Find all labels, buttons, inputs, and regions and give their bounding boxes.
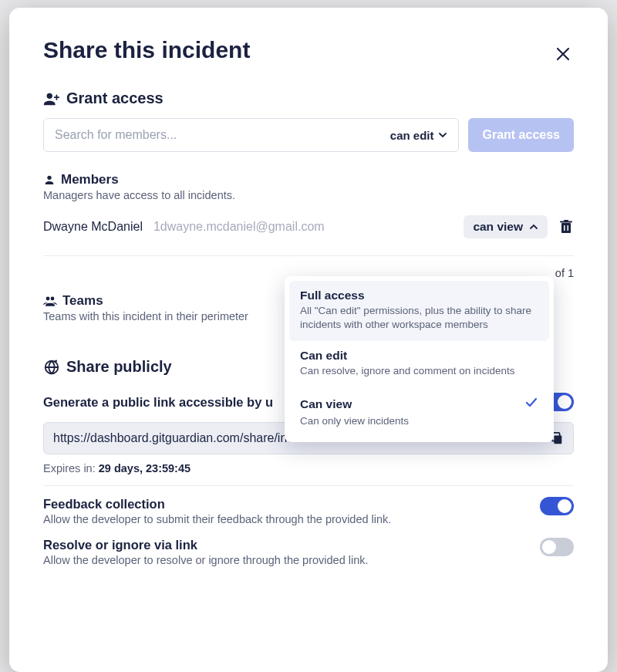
perm-option-title: Can edit: [300, 349, 347, 363]
member-name: Dwayne McDaniel: [43, 220, 143, 234]
resolve-link-row: Resolve or ignore via link Allow the dev…: [43, 538, 574, 566]
resolve-title: Resolve or ignore via link: [43, 538, 540, 552]
perm-option-title: Can view: [300, 397, 352, 411]
chevron-down-icon: [438, 130, 447, 140]
svg-point-7: [46, 297, 50, 301]
check-icon: [524, 396, 538, 413]
svg-rect-4: [564, 220, 568, 221]
feedback-desc: Allow the developer to submit their feed…: [43, 513, 540, 525]
grant-access-button[interactable]: Grant access: [468, 118, 574, 152]
close-icon: [556, 47, 570, 61]
trash-icon: [560, 220, 572, 234]
permission-dropdown: Full access All "Can edit" permissions, …: [285, 276, 554, 442]
team-icon: [43, 295, 57, 306]
members-heading: Members: [43, 172, 574, 187]
perm-option-desc: Can only view incidents: [300, 414, 538, 428]
expires-prefix: Expires in:: [43, 462, 99, 474]
perm-option-can-edit[interactable]: Can edit Can resolve, ignore and comment…: [289, 341, 549, 387]
grant-access-label: Grant access: [66, 89, 164, 107]
teams-label: Teams: [62, 293, 103, 309]
resolve-desc: Allow the developer to resolve or ignore…: [43, 554, 540, 566]
feedback-toggle[interactable]: [540, 497, 574, 515]
chevron-up-icon: [529, 222, 538, 231]
generate-link-label: Generate a public link accessible by u: [43, 395, 273, 410]
perm-option-desc: Can resolve, ignore and comment on incid…: [300, 364, 538, 378]
members-desc: Managers have access to all incidents.: [43, 189, 574, 201]
person-icon: [43, 174, 56, 186]
member-email: 1dwayne.mcdaniel@gmail.com: [153, 220, 325, 234]
member-search-input[interactable]: [53, 127, 383, 143]
resolve-toggle[interactable]: [540, 538, 574, 556]
remove-member-button[interactable]: [558, 219, 574, 235]
member-search-wrap: can edit: [43, 118, 459, 152]
expires-text: Expires in: 29 days, 23:59:45: [43, 462, 574, 474]
share-publicly-label: Share publicly: [66, 358, 172, 376]
feedback-collection-row: Feedback collection Allow the developer …: [43, 497, 574, 525]
feedback-title: Feedback collection: [43, 497, 540, 512]
perm-option-can-view[interactable]: Can view Can only view incidents: [289, 388, 549, 437]
perm-option-title: Full access: [300, 289, 365, 302]
search-permission-label: can edit: [390, 129, 434, 142]
perm-option-desc: All "Can edit" permissions, plus the abi…: [300, 304, 538, 332]
share-incident-modal: Share this incident Grant access can edi…: [9, 8, 608, 672]
svg-rect-10: [554, 435, 561, 444]
svg-rect-2: [561, 223, 571, 233]
svg-point-0: [47, 93, 52, 98]
svg-point-1: [47, 176, 51, 180]
svg-point-8: [51, 297, 55, 301]
search-permission-select[interactable]: can edit: [383, 129, 453, 142]
globe-share-icon: [43, 359, 60, 376]
svg-rect-6: [568, 225, 569, 231]
member-permission-select[interactable]: can view: [464, 215, 548, 238]
person-add-icon: [43, 90, 60, 107]
perm-option-full-access[interactable]: Full access All "Can edit" permissions, …: [289, 281, 549, 341]
expires-value: 29 days, 23:59:45: [99, 462, 190, 474]
members-label: Members: [61, 172, 119, 187]
close-button[interactable]: [552, 43, 574, 65]
svg-rect-5: [564, 225, 565, 231]
member-permission-label: can view: [473, 220, 523, 234]
modal-title: Share this incident: [43, 37, 574, 63]
member-row: Dwayne McDaniel 1dwayne.mcdaniel@gmail.c…: [43, 215, 574, 238]
grant-access-heading: Grant access: [43, 89, 574, 107]
